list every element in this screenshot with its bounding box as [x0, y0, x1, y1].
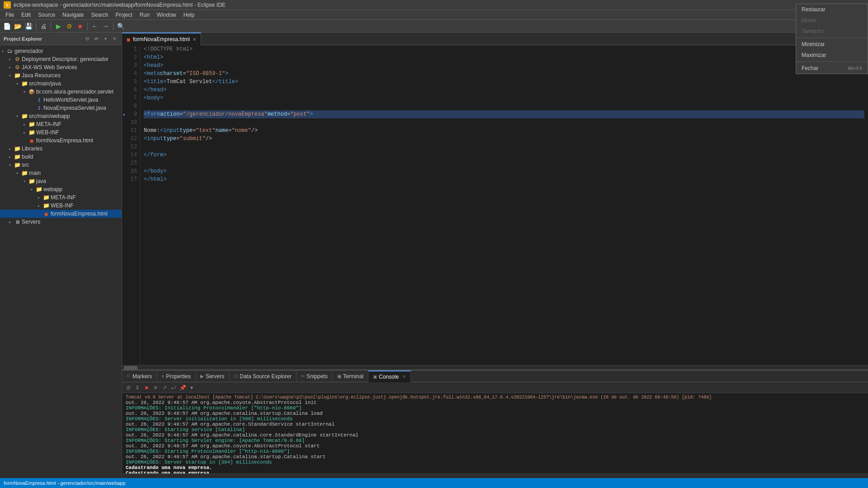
code-token: <body> [144, 95, 163, 101]
code-token: <form [144, 111, 160, 117]
hscroll-thumb [124, 366, 137, 370]
debug-btn[interactable]: ⚙ [64, 21, 74, 31]
menu-item-source[interactable]: Source [34, 11, 59, 19]
clear-console-icon[interactable]: ⊘ [124, 384, 132, 392]
bottom-tab-data-source-explorer[interactable]: ⬡Data Source Explorer [229, 371, 297, 382]
back-btn[interactable]: ← [90, 21, 100, 31]
tree-item[interactable]: JHelloWorldServlet.java [0, 96, 122, 104]
code-token: <head> [144, 62, 163, 69]
tree-item[interactable]: ▸📁Libraries [0, 145, 122, 153]
bottom-tab-properties[interactable]: ≡Properties [157, 371, 196, 382]
tab-close-icon[interactable]: ✕ [193, 37, 196, 42]
menu-item-navigate[interactable]: Navigate [59, 11, 87, 19]
tree-label: META-INF [51, 194, 76, 201]
tree-icon-folder: 📁 [28, 129, 35, 136]
remove-launch-icon[interactable]: ✕ [151, 384, 160, 392]
menu-item-window[interactable]: Window [153, 11, 180, 19]
tree-item[interactable]: ▾📁src [0, 161, 122, 169]
word-wrap-icon[interactable]: ⮐ [170, 384, 178, 392]
pin-console-icon[interactable]: 📌 [179, 384, 187, 392]
new-file-btn[interactable]: 📄 [2, 21, 12, 31]
tree-item[interactable]: ▸📁META-INF [0, 193, 122, 202]
line-number: 11 [122, 127, 140, 135]
tree-item[interactable]: ▸⚙JAX-WS Web Services [0, 63, 122, 71]
tree-arrow: ▸ [7, 219, 13, 225]
menu-item-search[interactable]: Search [87, 11, 112, 19]
tree-item[interactable]: ▾📦br.com.alura.gerenciador.servlet [0, 88, 122, 96]
view-menu-bottom-icon[interactable]: ▾ [188, 384, 196, 392]
save-btn[interactable]: 💾 [24, 21, 33, 31]
bottom-tab-markers[interactable]: ⚐Markers [122, 371, 157, 382]
code-token: </body> [144, 168, 166, 174]
tree-label: Servers [22, 219, 40, 225]
bottom-scrollbar[interactable] [122, 474, 868, 478]
link-editor-icon[interactable]: ⇌ [93, 35, 100, 42]
view-menu-icon[interactable]: ▾ [102, 35, 109, 42]
open-console-icon[interactable]: ↗ [160, 384, 169, 392]
line-number: 14 [122, 151, 140, 159]
status-file: formNovaEmpresa.html - gerenciador/src/m… [4, 480, 126, 486]
menu-item-file[interactable]: File [2, 11, 18, 19]
tree-item[interactable]: ▸⚙Deployment Descriptor: gerenciador [0, 55, 122, 63]
menu-item-project[interactable]: Project [112, 11, 136, 19]
bottom-tab-snippets[interactable]: ✂Snippets [297, 371, 333, 382]
tree-arrow: ▾ [22, 89, 27, 94]
menu-item-edit[interactable]: Edit [18, 11, 34, 19]
stop-btn[interactable]: ■ [75, 21, 85, 31]
bottom-tab-servers[interactable]: ▶Servers [196, 371, 229, 382]
code-token: > [225, 70, 228, 77]
tree-item[interactable]: ▾📁src/main/webapp [0, 112, 122, 120]
tree-item[interactable]: ▸🖥Servers [0, 218, 122, 226]
tree-item[interactable]: ▸📁build [0, 153, 122, 161]
tree-item[interactable]: ▾📁java [0, 177, 122, 185]
tree-item[interactable]: ▾📁main [0, 169, 122, 177]
code-line: <input type="submit" /> [144, 135, 864, 143]
console-line: out. 26, 2022 9:48:57 AM org.apache.cata… [126, 432, 864, 438]
editor-tab[interactable]: ◼formNovaEmpresa.html✕ [122, 33, 201, 45]
collapse-all-icon[interactable]: ⊟ [84, 35, 91, 42]
app-icon-letter: e [6, 3, 8, 7]
code-token: "post" [290, 111, 310, 117]
bottom-tab-terminal[interactable]: ▣Terminal [333, 371, 368, 382]
line-number: 15 [122, 159, 140, 167]
line-number: 2 [122, 53, 140, 61]
tree-item[interactable]: ▸📁WEB-INF [0, 202, 122, 210]
tree-icon-folder: 📁 [42, 202, 50, 209]
context-menu: RestaurarMoverTamanhoMinimizarMaximizarF… [796, 33, 868, 74]
context-menu-item-maximizar[interactable]: Maximizar [796, 50, 868, 61]
print-btn[interactable]: 🖨 [38, 21, 48, 31]
tree-item[interactable]: ◼formNovaEmpresa.html [0, 136, 122, 145]
code-token: <title> [144, 79, 166, 85]
menu-item-run[interactable]: Run [136, 11, 153, 19]
tree-item[interactable]: ▾📁webapp [0, 185, 122, 193]
code-token: > [310, 111, 313, 117]
context-menu-item-fechar[interactable]: FecharAlt+F4 [796, 63, 868, 74]
tree-arrow [29, 97, 34, 103]
code-line [144, 118, 864, 127]
editor-hscrollbar[interactable] [122, 365, 868, 370]
line-number: 13 [122, 143, 140, 151]
code-area[interactable]: <!DOCTYPE html><html><head><meta charset… [140, 45, 868, 365]
bottom-toolbar: ⊘ ⇕ ■ ✕ ↗ ⮐ 📌 ▾ [122, 382, 868, 393]
close-sidebar-icon[interactable]: ✕ [111, 35, 118, 42]
search-btn[interactable]: 🔍 [116, 21, 126, 31]
forward-btn[interactable]: → [101, 21, 111, 31]
tree-label: Java Resources [22, 72, 61, 79]
app-icon: e [4, 1, 11, 9]
tree-item[interactable]: ◼formNovaEmpresa.html [0, 210, 122, 218]
open-btn[interactable]: 📂 [13, 21, 23, 31]
tree-item[interactable]: ▾📁Java Resources [0, 71, 122, 80]
tree-item[interactable]: ▸📁WEB-INF [0, 128, 122, 136]
tree-item[interactable]: JNovaEmpresaServlet.java [0, 104, 122, 112]
context-menu-item-minimizar[interactable]: Minimizar [796, 39, 868, 50]
tree-item[interactable]: ▾📁src/main/java [0, 80, 122, 88]
bottom-tab-console[interactable]: ▣Console✕ [368, 371, 411, 382]
bottom-tab-close-icon[interactable]: ✕ [402, 374, 406, 379]
run-btn[interactable]: ▶ [53, 21, 63, 31]
terminate-icon[interactable]: ■ [142, 384, 151, 392]
tree-item[interactable]: ▸📁META-INF [0, 120, 122, 128]
menu-item-help[interactable]: Help [180, 11, 198, 19]
scroll-lock-icon[interactable]: ⇕ [133, 384, 142, 392]
tree-icon-folder: 📁 [21, 113, 28, 120]
tree-item[interactable]: ▾🗂gerenciador [0, 47, 122, 55]
